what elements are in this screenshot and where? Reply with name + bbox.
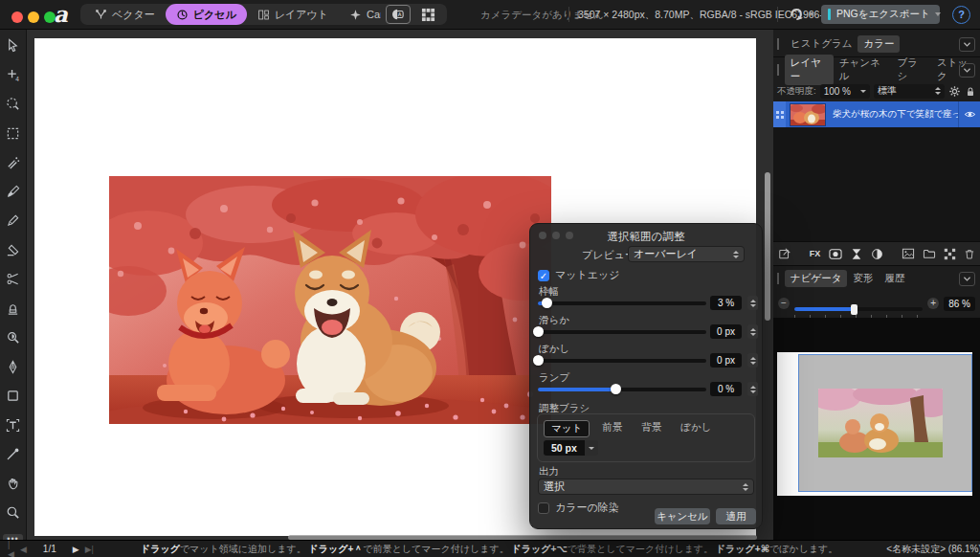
live-filter-icon[interactable] [871, 248, 883, 260]
brush-size-caret[interactable] [585, 440, 598, 456]
node-tool-button[interactable]: 4 [5, 67, 21, 83]
panel-drag-handle[interactable] [777, 64, 779, 76]
opacity-dropdown[interactable]: 100 % [820, 84, 870, 99]
layer-visibility-toggle[interactable] [959, 109, 980, 120]
smart-erase-brush-tool-button[interactable] [5, 242, 21, 258]
panel-collapse-button[interactable] [959, 37, 975, 52]
feather-slider[interactable] [538, 359, 706, 363]
panel-drag-handle[interactable] [777, 273, 779, 284]
zoom-slider-thumb[interactable] [851, 304, 858, 315]
tab-transform[interactable]: 変形 [847, 270, 879, 287]
zoom-in-button[interactable]: + [927, 298, 939, 309]
move-tool-button[interactable] [5, 37, 21, 54]
zoom-out-button[interactable]: − [778, 298, 790, 309]
document-image[interactable] [109, 176, 551, 424]
studio-presets-button[interactable] [421, 8, 435, 22]
navigator-zoom-row: − + 86 % [773, 293, 980, 314]
assistant-button[interactable]: A [386, 5, 411, 24]
fx-icon[interactable]: FX [810, 249, 821, 258]
pattern-icon[interactable] [944, 248, 956, 260]
brush-mode-matte-button[interactable]: マット [544, 420, 590, 437]
ramp-slider[interactable] [538, 388, 706, 391]
gear-icon[interactable] [948, 85, 961, 98]
layer-name[interactable]: 柴犬が桜の木の下で笑顔で座っている、春… [833, 108, 958, 121]
navigator-preview[interactable] [773, 318, 980, 541]
clone-stamp-tool-button[interactable] [5, 301, 21, 317]
pixel-pencil-tool-button[interactable] [5, 212, 21, 229]
matte-edge-checkbox[interactable]: ✓ [538, 270, 549, 281]
smooth-stepper[interactable] [747, 324, 758, 339]
smooth-slider[interactable] [538, 330, 706, 334]
previous-page-button[interactable]: ◀ [20, 545, 27, 554]
output-dropdown[interactable]: 選択 [538, 479, 754, 495]
brush-mode-feather-button[interactable]: ぼかし [674, 420, 718, 435]
shape-tool-button[interactable] [5, 388, 21, 404]
tab-layers[interactable]: レイヤー [785, 55, 834, 85]
panel-collapse-button[interactable] [959, 63, 975, 78]
color-picker-tool-button[interactable] [5, 446, 21, 462]
lock-icon[interactable] [965, 85, 976, 98]
brush-mode-background-button[interactable]: 背景 [635, 420, 668, 435]
cancel-button[interactable]: キャンセル [655, 508, 710, 524]
frame-text-tool-button[interactable] [5, 417, 21, 434]
persona-layout-button[interactable]: レイアウト [247, 4, 339, 25]
border-width-slider[interactable] [538, 301, 706, 305]
trash-icon[interactable] [964, 248, 975, 260]
gesture-dropdown-caret[interactable] [809, 12, 814, 16]
first-page-button[interactable]: |◀ [8, 540, 14, 557]
blend-mode-dropdown[interactable]: 標準 [874, 84, 945, 99]
help-button[interactable]: ? [952, 6, 970, 24]
apply-button[interactable]: 適用 [716, 508, 756, 524]
window-minimize-button[interactable] [28, 11, 39, 23]
decontaminate-color-checkbox[interactable] [538, 502, 549, 514]
adjustment-icon[interactable] [851, 248, 862, 260]
panel-collapse-button[interactable] [959, 272, 975, 286]
slider-thumb[interactable] [533, 326, 544, 337]
new-image-icon[interactable] [902, 248, 915, 259]
edit-mask-icon[interactable] [778, 247, 791, 260]
slider-thumb[interactable] [542, 298, 552, 308]
selection-refine-brush-tool-button[interactable] [5, 271, 21, 287]
panel-drag-handle[interactable] [777, 38, 779, 50]
ramp-value[interactable]: 0 % [710, 382, 742, 396]
preview-dropdown[interactable]: オーバーレイ [628, 246, 745, 262]
zoom-tool-button[interactable] [5, 504, 21, 521]
last-page-button[interactable]: ▶| [85, 545, 94, 554]
tab-history[interactable]: 履歴 [879, 270, 910, 287]
tab-brushes[interactable]: ブラシ [892, 55, 931, 85]
flood-select-tool-button[interactable] [5, 154, 21, 170]
paint-brush-tool-button[interactable] [5, 184, 21, 200]
zoom-percentage-value[interactable]: 86 % [944, 297, 975, 311]
marquee-tool-button[interactable] [5, 125, 21, 142]
tab-navigator[interactable]: ナビゲータ [785, 270, 847, 287]
tab-histogram[interactable]: ヒストグラム [785, 35, 858, 53]
slider-thumb[interactable] [533, 355, 544, 366]
pen-tool-button[interactable] [5, 359, 21, 375]
brush-size-value[interactable]: 50 px [544, 440, 585, 456]
selection-brush-tool-button[interactable] [5, 96, 21, 112]
brush-mode-foreground-button[interactable]: 前景 [595, 420, 629, 435]
export-dropdown-caret[interactable] [935, 12, 941, 16]
view-hand-tool-button[interactable] [5, 476, 21, 492]
slider-thumb[interactable] [611, 384, 621, 394]
new-group-folder-icon[interactable] [923, 248, 936, 259]
window-close-button[interactable] [11, 11, 23, 23]
tab-channels[interactable]: チャンネル [834, 55, 892, 85]
dodge-burn-tool-button[interactable] [5, 329, 21, 345]
persona-pixel-button[interactable]: ピクセル [166, 4, 247, 25]
border-width-stepper[interactable] [747, 296, 758, 310]
feather-value[interactable]: 0 px [710, 353, 742, 368]
feather-stepper[interactable] [747, 353, 758, 368]
smooth-value[interactable]: 0 px [710, 324, 742, 339]
tab-color[interactable]: カラー [858, 35, 900, 53]
next-page-button[interactable]: ▶ [73, 545, 79, 554]
persona-vector-button[interactable]: ベクター [84, 4, 166, 25]
vertical-scrollbar[interactable] [765, 172, 770, 321]
layers-list-empty-area[interactable] [773, 127, 980, 241]
border-width-value[interactable]: 3 % [710, 296, 742, 310]
mask-icon[interactable] [829, 248, 842, 260]
layer-row[interactable]: 柴犬が桜の木の下で笑顔で座っている、春… [773, 101, 980, 127]
export-png-button[interactable]: PNGをエクスポート [821, 5, 940, 24]
hand-gesture-button[interactable] [789, 7, 804, 22]
ramp-stepper[interactable] [747, 382, 758, 396]
